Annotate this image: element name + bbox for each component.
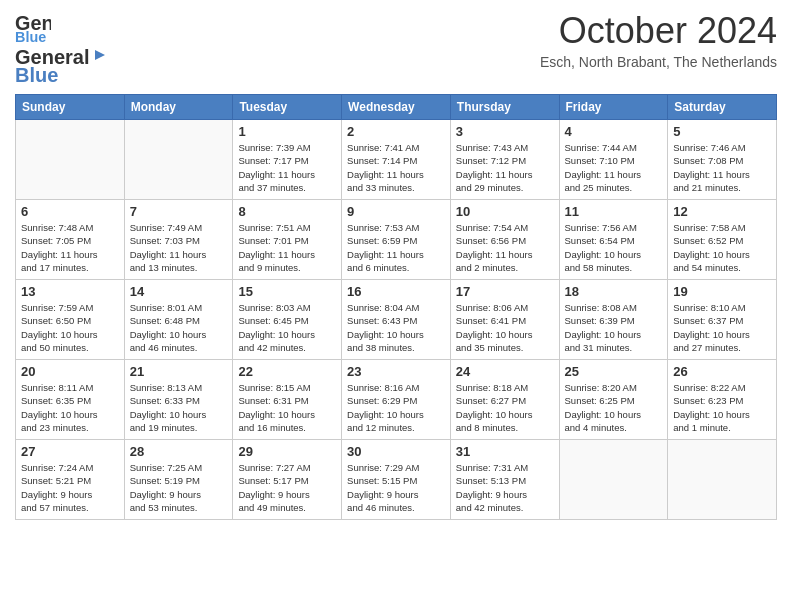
day-info: Sunrise: 8:16 AM Sunset: 6:29 PM Dayligh… <box>347 381 445 434</box>
svg-marker-3 <box>95 50 105 60</box>
day-number: 16 <box>347 284 445 299</box>
logo-arrow-icon <box>91 46 109 64</box>
calendar-cell <box>559 440 668 520</box>
calendar-week-row: 1Sunrise: 7:39 AM Sunset: 7:17 PM Daylig… <box>16 120 777 200</box>
day-info: Sunrise: 7:24 AM Sunset: 5:21 PM Dayligh… <box>21 461 119 514</box>
day-info: Sunrise: 8:13 AM Sunset: 6:33 PM Dayligh… <box>130 381 228 434</box>
day-number: 22 <box>238 364 336 379</box>
calendar-cell <box>668 440 777 520</box>
calendar-header-saturday: Saturday <box>668 95 777 120</box>
logo-icon: General Blue <box>15 10 51 46</box>
day-info: Sunrise: 7:59 AM Sunset: 6:50 PM Dayligh… <box>21 301 119 354</box>
calendar-cell: 21Sunrise: 8:13 AM Sunset: 6:33 PM Dayli… <box>124 360 233 440</box>
day-number: 8 <box>238 204 336 219</box>
day-info: Sunrise: 8:18 AM Sunset: 6:27 PM Dayligh… <box>456 381 554 434</box>
calendar-header-thursday: Thursday <box>450 95 559 120</box>
calendar-cell: 3Sunrise: 7:43 AM Sunset: 7:12 PM Daylig… <box>450 120 559 200</box>
calendar-cell: 19Sunrise: 8:10 AM Sunset: 6:37 PM Dayli… <box>668 280 777 360</box>
calendar-cell: 25Sunrise: 8:20 AM Sunset: 6:25 PM Dayli… <box>559 360 668 440</box>
day-number: 7 <box>130 204 228 219</box>
day-info: Sunrise: 7:53 AM Sunset: 6:59 PM Dayligh… <box>347 221 445 274</box>
day-info: Sunrise: 7:56 AM Sunset: 6:54 PM Dayligh… <box>565 221 663 274</box>
day-number: 13 <box>21 284 119 299</box>
calendar-header-sunday: Sunday <box>16 95 125 120</box>
day-info: Sunrise: 7:41 AM Sunset: 7:14 PM Dayligh… <box>347 141 445 194</box>
calendar-cell: 11Sunrise: 7:56 AM Sunset: 6:54 PM Dayli… <box>559 200 668 280</box>
calendar-cell: 8Sunrise: 7:51 AM Sunset: 7:01 PM Daylig… <box>233 200 342 280</box>
calendar-cell: 6Sunrise: 7:48 AM Sunset: 7:05 PM Daylig… <box>16 200 125 280</box>
calendar-week-row: 20Sunrise: 8:11 AM Sunset: 6:35 PM Dayli… <box>16 360 777 440</box>
calendar-cell: 13Sunrise: 7:59 AM Sunset: 6:50 PM Dayli… <box>16 280 125 360</box>
month-title: October 2024 <box>540 10 777 52</box>
day-number: 20 <box>21 364 119 379</box>
day-number: 24 <box>456 364 554 379</box>
calendar: SundayMondayTuesdayWednesdayThursdayFrid… <box>15 94 777 520</box>
day-number: 9 <box>347 204 445 219</box>
day-info: Sunrise: 7:29 AM Sunset: 5:15 PM Dayligh… <box>347 461 445 514</box>
calendar-week-row: 27Sunrise: 7:24 AM Sunset: 5:21 PM Dayli… <box>16 440 777 520</box>
calendar-cell: 29Sunrise: 7:27 AM Sunset: 5:17 PM Dayli… <box>233 440 342 520</box>
day-number: 6 <box>21 204 119 219</box>
day-info: Sunrise: 7:39 AM Sunset: 7:17 PM Dayligh… <box>238 141 336 194</box>
logo: General Blue General Blue <box>15 10 109 86</box>
day-number: 31 <box>456 444 554 459</box>
calendar-cell: 22Sunrise: 8:15 AM Sunset: 6:31 PM Dayli… <box>233 360 342 440</box>
calendar-cell: 28Sunrise: 7:25 AM Sunset: 5:19 PM Dayli… <box>124 440 233 520</box>
location: Esch, North Brabant, The Netherlands <box>540 54 777 70</box>
calendar-cell: 15Sunrise: 8:03 AM Sunset: 6:45 PM Dayli… <box>233 280 342 360</box>
calendar-week-row: 6Sunrise: 7:48 AM Sunset: 7:05 PM Daylig… <box>16 200 777 280</box>
calendar-header-wednesday: Wednesday <box>342 95 451 120</box>
day-info: Sunrise: 8:15 AM Sunset: 6:31 PM Dayligh… <box>238 381 336 434</box>
day-number: 28 <box>130 444 228 459</box>
day-info: Sunrise: 7:31 AM Sunset: 5:13 PM Dayligh… <box>456 461 554 514</box>
day-info: Sunrise: 8:10 AM Sunset: 6:37 PM Dayligh… <box>673 301 771 354</box>
calendar-cell: 14Sunrise: 8:01 AM Sunset: 6:48 PM Dayli… <box>124 280 233 360</box>
day-info: Sunrise: 7:43 AM Sunset: 7:12 PM Dayligh… <box>456 141 554 194</box>
calendar-cell: 10Sunrise: 7:54 AM Sunset: 6:56 PM Dayli… <box>450 200 559 280</box>
calendar-cell: 16Sunrise: 8:04 AM Sunset: 6:43 PM Dayli… <box>342 280 451 360</box>
calendar-header-monday: Monday <box>124 95 233 120</box>
day-number: 4 <box>565 124 663 139</box>
calendar-header-row: SundayMondayTuesdayWednesdayThursdayFrid… <box>16 95 777 120</box>
calendar-cell: 18Sunrise: 8:08 AM Sunset: 6:39 PM Dayli… <box>559 280 668 360</box>
calendar-cell: 23Sunrise: 8:16 AM Sunset: 6:29 PM Dayli… <box>342 360 451 440</box>
day-number: 26 <box>673 364 771 379</box>
day-info: Sunrise: 8:20 AM Sunset: 6:25 PM Dayligh… <box>565 381 663 434</box>
day-number: 25 <box>565 364 663 379</box>
calendar-cell: 9Sunrise: 7:53 AM Sunset: 6:59 PM Daylig… <box>342 200 451 280</box>
title-section: October 2024 Esch, North Brabant, The Ne… <box>540 10 777 70</box>
day-info: Sunrise: 7:54 AM Sunset: 6:56 PM Dayligh… <box>456 221 554 274</box>
day-number: 15 <box>238 284 336 299</box>
calendar-cell: 20Sunrise: 8:11 AM Sunset: 6:35 PM Dayli… <box>16 360 125 440</box>
day-number: 21 <box>130 364 228 379</box>
svg-text:Blue: Blue <box>15 29 46 45</box>
calendar-cell: 17Sunrise: 8:06 AM Sunset: 6:41 PM Dayli… <box>450 280 559 360</box>
day-number: 29 <box>238 444 336 459</box>
day-number: 17 <box>456 284 554 299</box>
day-number: 23 <box>347 364 445 379</box>
day-number: 5 <box>673 124 771 139</box>
day-info: Sunrise: 8:06 AM Sunset: 6:41 PM Dayligh… <box>456 301 554 354</box>
calendar-cell: 2Sunrise: 7:41 AM Sunset: 7:14 PM Daylig… <box>342 120 451 200</box>
day-info: Sunrise: 7:49 AM Sunset: 7:03 PM Dayligh… <box>130 221 228 274</box>
day-number: 27 <box>21 444 119 459</box>
page: General Blue General Blue October 2024 E… <box>0 0 792 612</box>
day-number: 3 <box>456 124 554 139</box>
calendar-header-friday: Friday <box>559 95 668 120</box>
day-number: 1 <box>238 124 336 139</box>
day-info: Sunrise: 7:27 AM Sunset: 5:17 PM Dayligh… <box>238 461 336 514</box>
day-info: Sunrise: 7:48 AM Sunset: 7:05 PM Dayligh… <box>21 221 119 274</box>
day-info: Sunrise: 8:04 AM Sunset: 6:43 PM Dayligh… <box>347 301 445 354</box>
calendar-cell: 26Sunrise: 8:22 AM Sunset: 6:23 PM Dayli… <box>668 360 777 440</box>
calendar-header-tuesday: Tuesday <box>233 95 342 120</box>
day-info: Sunrise: 8:22 AM Sunset: 6:23 PM Dayligh… <box>673 381 771 434</box>
logo-blue-text: Blue <box>15 64 109 86</box>
calendar-cell: 5Sunrise: 7:46 AM Sunset: 7:08 PM Daylig… <box>668 120 777 200</box>
day-info: Sunrise: 7:51 AM Sunset: 7:01 PM Dayligh… <box>238 221 336 274</box>
day-info: Sunrise: 7:25 AM Sunset: 5:19 PM Dayligh… <box>130 461 228 514</box>
day-info: Sunrise: 8:01 AM Sunset: 6:48 PM Dayligh… <box>130 301 228 354</box>
day-number: 19 <box>673 284 771 299</box>
day-info: Sunrise: 7:58 AM Sunset: 6:52 PM Dayligh… <box>673 221 771 274</box>
calendar-cell: 1Sunrise: 7:39 AM Sunset: 7:17 PM Daylig… <box>233 120 342 200</box>
day-number: 14 <box>130 284 228 299</box>
